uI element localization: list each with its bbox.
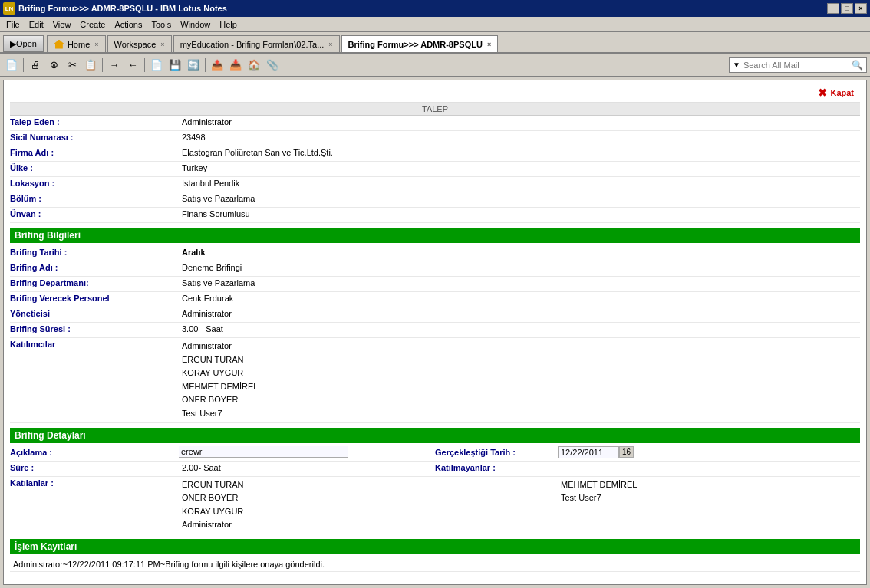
search-icon[interactable]: 🔍 <box>852 60 863 71</box>
unvan-row: Ünvan : Finans Sorumlusu <box>10 208 860 223</box>
toolbar-upload[interactable]: 📤 <box>209 57 226 74</box>
tab-home-label: Home <box>68 40 90 49</box>
list-item: ERGÜN TURAN <box>182 478 432 492</box>
tab-brifingformu-label: Brifing Formu>>> ADMR-8PSQLU <box>348 40 483 49</box>
kapat-label: Kapat <box>830 88 854 97</box>
katilimcilar-label: Katılımcılar <box>10 338 179 350</box>
sure-label: Süre : <box>10 462 179 474</box>
lokasyon-row: Lokasyon : İstanbul Pendik <box>10 177 860 192</box>
toolbar-doc1[interactable]: 📄 <box>148 57 165 74</box>
tab-myeducation-close[interactable]: × <box>328 41 332 48</box>
brifing-verecek-label: Brifing Verecek Personel <box>10 292 179 304</box>
brifing-suresi-value: 3.00 - Saat <box>179 323 860 335</box>
brifing-adi-value: Deneme Brifingi <box>179 261 860 274</box>
maximize-button[interactable]: □ <box>841 3 853 14</box>
tab-workspace[interactable]: Workspace × <box>107 35 172 52</box>
tab-home-close[interactable]: × <box>94 41 98 48</box>
toolbar-attach[interactable]: 📎 <box>264 57 281 74</box>
menu-edit[interactable]: Edit <box>25 18 48 31</box>
tab-brifingformu-close[interactable]: × <box>487 41 491 48</box>
islem-kayitlari-header: İşlem Kayıtları <box>10 539 860 554</box>
katilimcilar-row: Katılımcılar Administrator ERGÜN TURAN K… <box>10 338 860 423</box>
content-area[interactable]: ✖ Kapat TALEP Talep Eden : Administrator… <box>3 80 867 585</box>
kapat-bar: ✖ Kapat <box>10 84 860 103</box>
sicil-no-value: 23498 <box>179 131 860 143</box>
toolbar-copy[interactable]: 📋 <box>82 57 99 74</box>
katilimcilar-list: Administrator ERGÜN TURAN KORAY UYGUR ME… <box>179 338 860 422</box>
katilananlar-katilmayanlar-row: Katılanlar : ERGÜN TURAN ÖNER BOYER KORA… <box>10 477 860 534</box>
tab-workspace-label: Workspace <box>114 40 157 49</box>
menu-help[interactable]: Help <box>215 18 242 31</box>
tab-workspace-close[interactable]: × <box>160 41 164 48</box>
bolum-row: Bölüm : Satış ve Pazarlama <box>10 192 860 208</box>
toolbar-refresh[interactable]: 🔄 <box>185 57 202 74</box>
bolum-value: Satış ve Pazarlama <box>179 192 860 205</box>
sure-row: Süre : 2.00- Saat Katılmayanlar : <box>10 462 860 477</box>
menu-bar: File Edit View Create Actions Tools Wind… <box>0 17 870 32</box>
toolbar-download[interactable]: 📥 <box>227 57 244 74</box>
minimize-button[interactable]: _ <box>827 3 839 14</box>
tarih-label: Gerçekleştiği Tarih : <box>435 446 558 458</box>
list-item: Test User7 <box>182 407 857 421</box>
firma-adi-value: Elastogran Poliüretan San ve Tic.Ltd.Şti… <box>179 146 860 159</box>
toolbar-stop[interactable]: ⊗ <box>45 57 62 74</box>
kapat-button[interactable]: ✖ Kapat <box>818 87 854 99</box>
talep-eden-label: Talep Eden : <box>10 116 179 128</box>
toolbar: 📄 🖨 ⊗ ✂ 📋 → ← 📄 💾 🔄 📤 📥 🏠 📎 ▼ 🔍 <box>0 54 870 77</box>
toolbar-print[interactable]: 🖨 <box>27 57 44 74</box>
content-wrapper: ✖ Kapat TALEP Talep Eden : Administrator… <box>0 77 870 588</box>
date-picker-button[interactable]: 16 <box>619 446 634 458</box>
list-item: MEHMET DEMİREL <box>182 380 857 394</box>
search-input[interactable] <box>743 61 852 70</box>
talep-eden-row: Talep Eden : Administrator <box>10 116 860 131</box>
katilananlar-col: Katılanlar : ERGÜN TURAN ÖNER BOYER KORA… <box>10 477 435 534</box>
katilmayanlar-list: MEHMET DEMİREL Test User7 <box>558 477 860 507</box>
lokasyon-value: İstanbul Pendik <box>179 177 860 189</box>
menu-view[interactable]: View <box>48 18 76 31</box>
menu-create[interactable]: Create <box>75 18 110 31</box>
tab-brifingformu[interactable]: Brifing Formu>>> ADMR-8PSQLU × <box>341 35 499 52</box>
brifing-detaylari-section: Açıklama : Gerçekleştiği Tarih : 16 Süre… <box>10 446 860 534</box>
toolbar-back[interactable]: ← <box>124 57 141 74</box>
yoneticisi-value: Administrator <box>179 307 860 320</box>
toolbar-home[interactable]: 🏠 <box>246 57 262 74</box>
aciklama-input[interactable] <box>179 446 348 458</box>
menu-tools[interactable]: Tools <box>147 18 176 31</box>
menu-actions[interactable]: Actions <box>110 18 147 31</box>
unvan-label: Ünvan : <box>10 208 179 220</box>
yoneticisi-label: Yöneticisi <box>10 307 179 320</box>
menu-file[interactable]: File <box>2 18 25 31</box>
tab-myeducation[interactable]: myEducation - Brifing Formları\02.Ta... … <box>173 35 340 52</box>
toolbar-new[interactable]: 📄 <box>3 57 20 74</box>
tarih-input[interactable] <box>558 446 619 458</box>
tab-home[interactable]: Home × <box>47 35 106 52</box>
brifing-verecek-value: Cenk Erdurak <box>179 292 860 304</box>
close-button[interactable]: × <box>855 3 867 14</box>
menu-window[interactable]: Window <box>176 18 215 31</box>
brifing-bilgileri-section: Brifing Tarihi : Aralık Brifing Adı : De… <box>10 246 860 423</box>
ulke-row: Ülke : Turkey <box>10 162 860 177</box>
tarih-col: Gerçekleştiği Tarih : 16 <box>435 446 860 458</box>
brifing-adi-row: Brifing Adı : Deneme Brifingi <box>10 261 860 277</box>
kapat-icon: ✖ <box>818 87 827 99</box>
list-item: Administrator <box>182 518 432 532</box>
open-button[interactable]: ▶ Open <box>3 35 44 52</box>
open-icon: ▶ <box>10 39 16 49</box>
window-title: Brifing Formu>>> ADMR-8PSQLU - IBM Lotus… <box>18 4 827 13</box>
search-dropdown-icon[interactable]: ▼ <box>733 61 740 69</box>
islem-entry: Administrator~12/22/2011 09:17:11 PM~Bri… <box>10 557 860 572</box>
aciklama-label: Açıklama : <box>10 446 179 458</box>
katilmayanlar-label: Katılmayanlar : <box>435 462 558 474</box>
brifing-detaylari-header: Brifing Detayları <box>10 428 860 443</box>
yoneticisi-row: Yöneticisi Administrator <box>10 307 860 323</box>
tab-myeducation-label: myEducation - Brifing Formları\02.Ta... <box>180 40 325 49</box>
toolbar-save[interactable]: 💾 <box>166 57 183 74</box>
brifing-tarihi-row: Brifing Tarihi : Aralık <box>10 246 860 261</box>
toolbar-cut[interactable]: ✂ <box>64 57 81 74</box>
bolum-label: Bölüm : <box>10 192 179 205</box>
toolbar-sep-4 <box>205 58 206 72</box>
toolbar-forward[interactable]: → <box>106 57 123 74</box>
window-controls: _ □ × <box>827 3 867 14</box>
sure-value: 2.00- Saat <box>179 462 435 474</box>
lokasyon-label: Lokasyon : <box>10 177 179 189</box>
